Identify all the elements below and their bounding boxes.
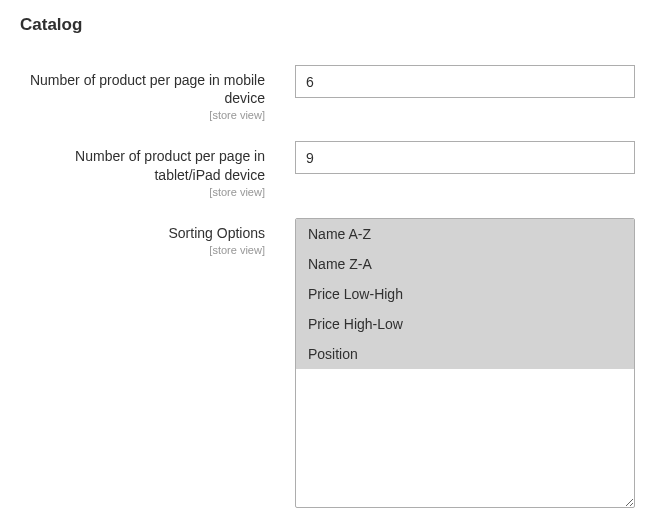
section-title: Catalog [20, 10, 651, 35]
sorting-option[interactable]: Position [296, 339, 634, 369]
sorting-option[interactable]: Price High-Low [296, 309, 634, 339]
sorting-option[interactable]: Name A-Z [296, 219, 634, 249]
field-tablet-per-page: Number of product per page in tablet/iPa… [20, 141, 651, 197]
tablet-per-page-label: Number of product per page in tablet/iPa… [20, 147, 265, 183]
mobile-per-page-label: Number of product per page in mobile dev… [20, 71, 265, 107]
input-col [295, 141, 651, 174]
field-mobile-per-page: Number of product per page in mobile dev… [20, 65, 651, 121]
label-col: Number of product per page in mobile dev… [20, 65, 295, 121]
sorting-option[interactable]: Price Low-High [296, 279, 634, 309]
scope-hint: [store view] [20, 186, 265, 198]
scope-hint: [store view] [20, 109, 265, 121]
sorting-options-label: Sorting Options [20, 224, 265, 242]
tablet-per-page-input[interactable] [295, 141, 635, 174]
input-col: Name A-ZName Z-APrice Low-HighPrice High… [295, 218, 651, 508]
scope-hint: [store view] [20, 244, 265, 256]
mobile-per-page-input[interactable] [295, 65, 635, 98]
label-col: Number of product per page in tablet/iPa… [20, 141, 295, 197]
label-col: Sorting Options [store view] [20, 218, 295, 256]
input-col [295, 65, 651, 98]
sorting-options-select[interactable]: Name A-ZName Z-APrice Low-HighPrice High… [295, 218, 635, 508]
sorting-option[interactable]: Name Z-A [296, 249, 634, 279]
field-sorting-options: Sorting Options [store view] Name A-ZNam… [20, 218, 651, 508]
